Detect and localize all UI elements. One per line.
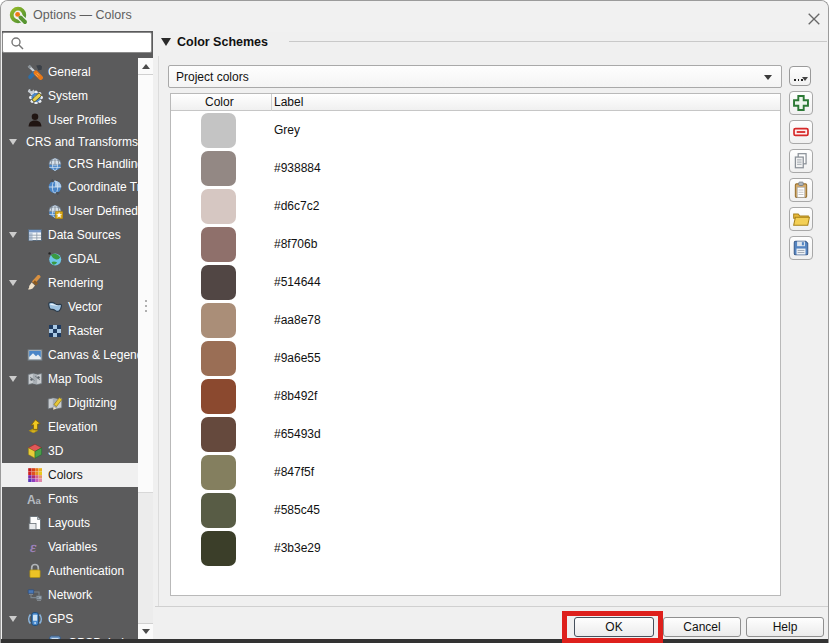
svg-text:ε: ε xyxy=(30,539,37,555)
svg-text:a: a xyxy=(36,495,42,506)
